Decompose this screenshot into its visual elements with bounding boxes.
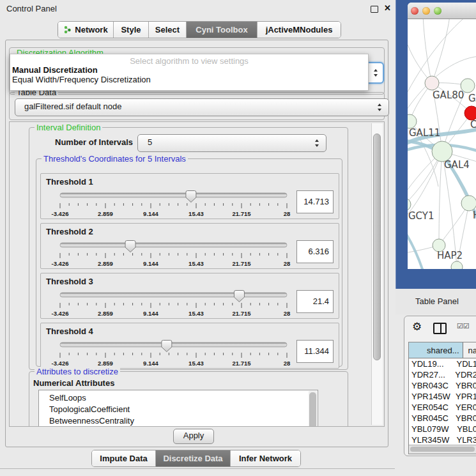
table-row[interactable]: YDR27...YDR2 <box>409 369 476 380</box>
svg-text:28: 28 <box>284 210 291 217</box>
slider-thumb[interactable] <box>125 241 135 252</box>
cell-name: YDR2 <box>453 369 476 380</box>
close-icon[interactable]: ✕ <box>384 3 391 13</box>
svg-text:28: 28 <box>284 310 291 317</box>
cell-name: YPR1 <box>454 391 476 402</box>
table-row[interactable]: YPR145WYPR1 <box>409 391 476 402</box>
tab-infer-network[interactable]: Infer Network <box>230 450 300 466</box>
cell-name: YBR0 <box>454 380 476 391</box>
threshold-label: Threshold 2 <box>46 227 93 236</box>
numerical-attributes-label: Numerical Attributes <box>33 378 114 388</box>
list-scrollbar[interactable] <box>309 391 317 427</box>
tab-impute-data[interactable]: Impute Data <box>92 450 155 466</box>
algorithm-option[interactable]: Equal Width/Frequency Discretization <box>12 75 366 84</box>
table-row[interactable]: YBL079WYBL0 <box>409 424 476 434</box>
column-header-name[interactable]: na <box>463 342 476 358</box>
threshold-value-input[interactable]: 21.4 <box>296 290 334 313</box>
threshold-label: Threshold 1 <box>46 177 93 187</box>
network-node[interactable] <box>408 114 417 128</box>
network-node[interactable] <box>451 261 463 269</box>
threshold-row: Threshold 2-3.4262.8599.14415.4321.71528… <box>40 223 339 269</box>
node-label: GAL4 <box>444 159 470 171</box>
network-node[interactable] <box>461 79 475 93</box>
tab-style[interactable]: Style <box>113 22 148 38</box>
control-panel-window: Control Panel ✕ Network Style Select Cyn… <box>0 0 395 476</box>
tab-cyni-toolbox[interactable]: Cyni Toolbox <box>186 22 257 38</box>
minimize-traffic-light-icon[interactable] <box>422 7 430 15</box>
network-edge <box>439 151 442 245</box>
table-panel: ⚙ ☑☑ shared... na YDL19...YDL1YDR27...YD… <box>404 316 476 456</box>
table-row[interactable]: YBR045CYBR0 <box>409 413 476 424</box>
table-panel-title: Table Panel <box>395 289 476 314</box>
cell-shared-name: YDR27... <box>409 369 453 380</box>
apply-button[interactable]: Apply <box>173 429 214 444</box>
tab-discretize-data[interactable]: Discretize Data <box>155 450 230 466</box>
column-header-shared-name[interactable]: shared... <box>409 342 463 358</box>
panel-title: Control Panel <box>6 4 57 13</box>
group-title: Interval Definition <box>35 123 102 132</box>
node-label: GCY1 <box>408 210 434 222</box>
network-edge-highlighted <box>408 230 423 269</box>
cell-name: YLR3 <box>454 434 476 445</box>
scrollbar-thumb[interactable] <box>373 134 381 360</box>
cell-shared-name: YBL079W <box>409 424 455 434</box>
tab-label: Discretize Data <box>163 454 222 463</box>
svg-text:28: 28 <box>284 260 291 267</box>
gear-icon[interactable]: ⚙ <box>412 320 422 334</box>
slider-thumb[interactable] <box>234 291 244 302</box>
columns-icon[interactable] <box>433 323 447 334</box>
network-node[interactable] <box>425 76 439 90</box>
network-canvas[interactable]: GAL80GACGAL11GAL4GCY1HHAP2 <box>408 19 476 269</box>
tab-network[interactable]: Network <box>58 22 113 38</box>
tab-jactivemnodules[interactable]: jActiveMNodules <box>257 22 341 38</box>
table-data-combobox[interactable]: galFiltered.sif default node <box>15 98 389 116</box>
threshold-value-input[interactable]: 11.344 <box>296 340 334 363</box>
bottom-tab-bar: Impute Data Discretize Data Infer Networ… <box>91 450 301 467</box>
threshold-slider[interactable]: -3.4262.8599.14415.4321.71528 <box>41 240 339 268</box>
scrollbar-thumb[interactable] <box>410 447 475 452</box>
attribute-item[interactable]: BetweennessCentrality <box>39 415 318 427</box>
network-node[interactable] <box>461 196 476 211</box>
network-node[interactable] <box>464 106 476 120</box>
num-intervals-label: Number of Intervals <box>55 137 133 147</box>
threshold-slider[interactable]: -3.4262.8599.14415.4321.71528 <box>41 340 339 368</box>
cell-shared-name: YBR045C <box>409 413 454 424</box>
zoom-traffic-light-icon[interactable] <box>434 7 441 15</box>
threshold-slider[interactable]: -3.4262.8599.14415.4321.71528 <box>41 290 339 318</box>
tab-label: Infer Network <box>239 454 292 463</box>
svg-text:28: 28 <box>284 360 291 367</box>
attribute-item[interactable]: TopologicalCoefficient <box>39 404 318 415</box>
node-label: GAL11 <box>409 127 440 139</box>
tab-select[interactable]: Select <box>148 22 186 38</box>
tab-label: Select <box>155 25 180 35</box>
algorithm-option[interactable]: Manual Discretization <box>12 65 366 75</box>
table-row[interactable]: YLR345WYLR3 <box>409 434 476 445</box>
attribute-item[interactable]: SelfLoops <box>39 392 318 404</box>
table-row[interactable]: YBR043CYBR0 <box>409 380 476 391</box>
scrollbar-thumb[interactable] <box>309 392 316 427</box>
table-row[interactable]: YDL19...YDL1 <box>409 358 476 369</box>
num-intervals-spinner[interactable]: 5 <box>137 134 326 152</box>
slider-thumb[interactable] <box>186 191 196 203</box>
tab-label: Network <box>75 25 107 35</box>
close-traffic-light-icon[interactable] <box>411 7 418 15</box>
cell-shared-name: YPR145W <box>409 391 454 402</box>
panel-scrollbar[interactable] <box>371 123 383 425</box>
network-node[interactable] <box>408 198 411 211</box>
horizontal-scrollbar[interactable] <box>409 445 476 454</box>
numerical-attributes-list[interactable]: SelfLoopsTopologicalCoefficientBetweenne… <box>38 390 318 427</box>
network-window-titlebar[interactable] <box>408 3 476 19</box>
threshold-value-input[interactable]: 6.316 <box>296 240 334 263</box>
cell-name: YBR0 <box>454 413 476 424</box>
threshold-value-input[interactable]: 14.713 <box>296 190 334 213</box>
threshold-slider[interactable]: -3.4262.8599.14415.4321.71528 <box>41 190 339 219</box>
float-window-icon[interactable] <box>371 6 378 13</box>
combobox-value: galFiltered.sif default node <box>24 102 121 111</box>
slider-thumb[interactable] <box>162 341 172 352</box>
select-columns-icon[interactable]: ☑☑ <box>457 322 470 330</box>
group-title: Threshold's Coordinates for 5 Intervals <box>42 154 188 164</box>
attributes-group: Attributes to discretize Numerical Attri… <box>29 371 348 427</box>
top-tab-bar: Network Style Select Cyni Toolbox jActiv… <box>58 21 341 38</box>
table-row[interactable]: YER054CYER0 <box>409 402 476 413</box>
group-title: Attributes to discretize <box>35 367 120 376</box>
